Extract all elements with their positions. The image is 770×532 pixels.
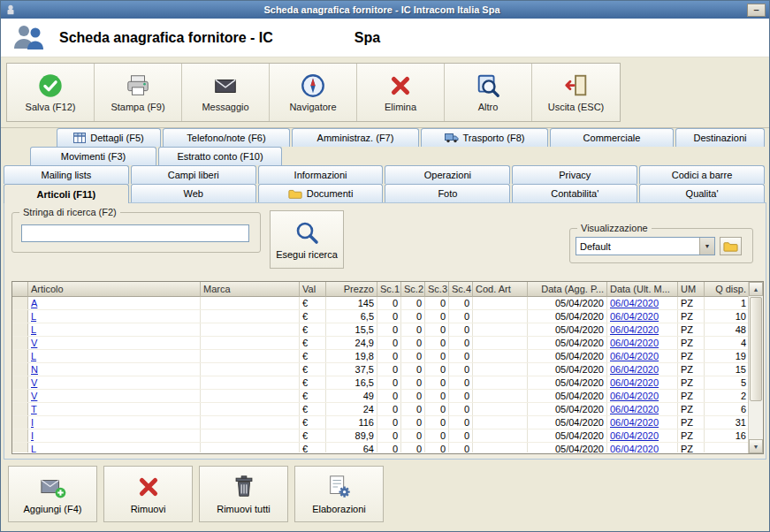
- tab-trasporto[interactable]: Trasporto (F8): [421, 128, 548, 147]
- table-row[interactable]: N€37,5000005/04/202006/04/2020PZ15: [12, 363, 750, 376]
- cell-data-ult-m[interactable]: 06/04/2020: [607, 310, 678, 323]
- table-row[interactable]: A€145000005/04/202006/04/2020PZ1: [12, 297, 750, 310]
- remove-all-button[interactable]: Rimuovi tutti: [199, 466, 288, 522]
- cell-data-ult-m[interactable]: 06/04/2020: [607, 390, 678, 402]
- table-row[interactable]: I€89,9000005/04/202006/04/2020PZ16: [12, 429, 750, 443]
- folder-button[interactable]: [720, 237, 742, 255]
- table-row[interactable]: L€6,5000005/04/202006/04/2020PZ10: [12, 310, 750, 323]
- cell-articolo[interactable]: L: [28, 323, 201, 336]
- scroll-up-icon[interactable]: ▲: [749, 282, 763, 296]
- column-header-marca[interactable]: Marca: [201, 282, 300, 297]
- table-row[interactable]: V€16,5000005/04/202006/04/2020PZ5: [12, 376, 750, 390]
- cell-data-ult-m[interactable]: 06/04/2020: [607, 323, 678, 336]
- tab-mailing-lists[interactable]: Mailing lists: [4, 165, 129, 184]
- trash-icon: [231, 474, 257, 500]
- cell-data-ult-m[interactable]: 06/04/2020: [607, 416, 678, 429]
- scroll-down-icon[interactable]: ▼: [749, 439, 763, 453]
- message-button[interactable]: Messaggio: [182, 64, 270, 121]
- column-header-sc-1[interactable]: Sc.1: [377, 282, 401, 297]
- table-row[interactable]: I€116000005/04/202006/04/2020PZ31: [12, 416, 750, 429]
- tab-operazioni[interactable]: Operazioni: [385, 165, 510, 184]
- table-row[interactable]: L€19,8000005/04/202006/04/2020PZ19: [12, 350, 750, 363]
- tab-contabilita[interactable]: Contabilita': [512, 184, 637, 202]
- cell-articolo[interactable]: V: [28, 390, 201, 402]
- delete-button[interactable]: Elimina: [357, 64, 445, 121]
- toolbar-group: Salva (F12) Stampa (F9) Messaggio Naviga…: [6, 63, 621, 122]
- visualizzazione-select[interactable]: Default ▼: [576, 237, 715, 255]
- tab-privacy[interactable]: Privacy: [512, 165, 637, 184]
- table-row[interactable]: V€49000005/04/202006/04/2020PZ2: [12, 390, 750, 403]
- tab-web[interactable]: Web: [131, 184, 256, 202]
- cell-data-ult-m[interactable]: 06/04/2020: [607, 297, 678, 309]
- cell-data-ult-m[interactable]: 06/04/2020: [607, 363, 678, 376]
- cell-val: €: [300, 403, 326, 415]
- column-header-q-disp[interactable]: Q disp.: [705, 282, 750, 297]
- save-button[interactable]: Salva (F12): [7, 64, 95, 121]
- cell-articolo[interactable]: L: [28, 443, 201, 452]
- cell-marca: [201, 429, 300, 442]
- main-toolbar: Salva (F12) Stampa (F9) Messaggio Naviga…: [1, 57, 769, 128]
- cell-articolo[interactable]: A: [28, 297, 201, 309]
- column-header-sc-3[interactable]: Sc.3: [425, 282, 449, 297]
- tab-foto[interactable]: Foto: [385, 184, 510, 202]
- tab-articoli[interactable]: Articoli (F11): [4, 184, 129, 203]
- tab-estratto-conto[interactable]: Estratto conto (F10): [158, 147, 282, 165]
- cell-articolo[interactable]: I: [28, 429, 201, 442]
- vertical-scrollbar[interactable]: ▲ ▼: [748, 282, 763, 453]
- cell-articolo[interactable]: L: [28, 310, 201, 323]
- cell-articolo[interactable]: N: [28, 363, 201, 376]
- cell-data-ult-m[interactable]: 06/04/2020: [607, 350, 678, 362]
- cell-data-ult-m[interactable]: 06/04/2020: [607, 443, 678, 452]
- cell-data-ult-m[interactable]: 06/04/2020: [607, 376, 678, 389]
- table-row[interactable]: T€24000005/04/202006/04/2020PZ6: [12, 403, 750, 416]
- exit-button[interactable]: Uscita (ESC): [532, 64, 620, 121]
- tab-telefono-note[interactable]: Telefono/note (F6): [163, 128, 290, 147]
- column-header-sc-4[interactable]: Sc.4: [449, 282, 473, 297]
- cell-data-ult-m[interactable]: 06/04/2020: [607, 337, 678, 349]
- cell-data-ult-m[interactable]: 06/04/2020: [607, 403, 678, 415]
- print-button[interactable]: Stampa (F9): [95, 64, 182, 121]
- column-header-um[interactable]: UM: [678, 282, 705, 297]
- elaborazioni-button[interactable]: Elaborazioni: [294, 466, 384, 522]
- cell-articolo[interactable]: V: [28, 337, 201, 349]
- remove-button[interactable]: Rimuovi: [103, 466, 193, 522]
- cell-articolo[interactable]: I: [28, 416, 201, 429]
- scroll-thumb[interactable]: [750, 297, 762, 401]
- tab-dettagli[interactable]: Dettagli (F5): [57, 128, 161, 147]
- tab-qualita[interactable]: Qualita': [639, 184, 765, 202]
- table-row[interactable]: L€64000005/04/202006/04/2020PZ: [12, 443, 750, 452]
- cell-articolo[interactable]: L: [28, 350, 201, 362]
- tab-documenti[interactable]: Documenti: [258, 184, 384, 202]
- column-header-cod-art[interactable]: Cod. Art: [473, 282, 528, 297]
- cell-um: PZ: [678, 429, 705, 442]
- table-row[interactable]: L€15,5000005/04/202006/04/2020PZ48: [12, 323, 750, 337]
- column-header-articolo[interactable]: Articolo: [28, 282, 201, 297]
- cell-sc-3: 0: [425, 416, 449, 429]
- search-input[interactable]: [21, 224, 249, 242]
- search-button[interactable]: Esegui ricerca: [270, 210, 344, 269]
- tab-campi-liberi[interactable]: Campi liberi: [131, 165, 256, 184]
- tab-destinazioni[interactable]: Destinazioni: [675, 128, 765, 147]
- column-header-selector[interactable]: [12, 282, 28, 297]
- column-header-data-ult-m[interactable]: Data (Ult. M...: [607, 282, 678, 297]
- tab-amministraz[interactable]: Amministraz. (F7): [292, 128, 419, 147]
- scroll-track[interactable]: [749, 402, 763, 439]
- column-header-prezzo[interactable]: Prezzo: [326, 282, 377, 297]
- column-header-data-agg-p[interactable]: Data (Agg. P...: [528, 282, 607, 297]
- cell-articolo[interactable]: T: [28, 403, 201, 415]
- tab-label: Campi liberi: [168, 170, 219, 180]
- tab-commerciale[interactable]: Commerciale: [550, 128, 674, 147]
- tab-informazioni[interactable]: Informazioni: [258, 165, 384, 184]
- altro-button[interactable]: Altro: [445, 64, 532, 121]
- navigator-button[interactable]: Navigatore: [270, 64, 357, 121]
- add-button[interactable]: Aggiungi (F4): [8, 466, 97, 522]
- chevron-down-icon[interactable]: ▼: [699, 238, 714, 255]
- tab-codici-a-barre[interactable]: Codici a barre: [639, 165, 765, 184]
- cell-articolo[interactable]: V: [28, 376, 201, 389]
- column-header-val[interactable]: Val: [300, 282, 326, 297]
- table-row[interactable]: V€24,9000005/04/202006/04/2020PZ4: [12, 337, 750, 350]
- minimize-button[interactable]: –: [747, 4, 766, 17]
- cell-data-ult-m[interactable]: 06/04/2020: [607, 429, 678, 442]
- tab-movimenti[interactable]: Movimenti (F3): [30, 147, 156, 165]
- column-header-sc-2[interactable]: Sc.2: [401, 282, 425, 297]
